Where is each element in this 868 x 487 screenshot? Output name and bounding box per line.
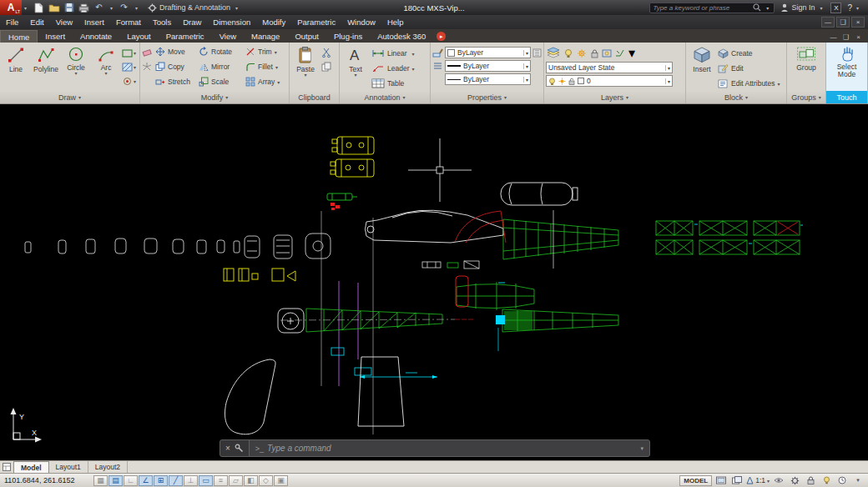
tab-layout[interactable]: Layout	[119, 30, 159, 43]
current-layer-dropdown[interactable]: 0▾	[546, 75, 673, 87]
rotate-tool[interactable]: Rotate	[197, 47, 244, 57]
cut-tool[interactable]	[321, 47, 331, 58]
customize-wrench-icon[interactable]	[235, 444, 244, 453]
panel-title-clipboard[interactable]: Clipboard	[290, 91, 339, 103]
annotation-visibility-icon[interactable]	[772, 475, 785, 486]
tab-home[interactable]: Home	[0, 30, 38, 43]
tab-model[interactable]: Model	[13, 461, 49, 473]
edit-attributes-flyout-icon[interactable]: ▾	[777, 81, 782, 87]
trim-tool[interactable]: Trim▾	[244, 47, 285, 57]
new-file-icon[interactable]	[33, 2, 45, 13]
toggle-qp[interactable]: ◧	[244, 475, 258, 486]
tab-autodesk360[interactable]: Autodesk 360	[370, 30, 433, 43]
panel-title-draw[interactable]: Draw▾	[0, 91, 139, 103]
annotation-scale-button[interactable]: 1:1▾	[746, 476, 770, 484]
menu-draw[interactable]: Draw	[177, 15, 207, 29]
linear-flyout-icon[interactable]: ▾	[411, 51, 416, 57]
search-icon[interactable]	[753, 3, 761, 12]
circle-flyout-icon[interactable]: ▾	[74, 72, 77, 76]
menu-insert[interactable]: Insert	[78, 15, 110, 29]
close-button[interactable]: ×	[851, 17, 865, 28]
layer-off-icon[interactable]	[563, 48, 574, 58]
circle-tool[interactable]: Circle ▾	[62, 44, 90, 91]
fillet-flyout-icon[interactable]: ▾	[275, 64, 278, 70]
exchange-apps-icon[interactable]: X	[830, 3, 841, 13]
layer-tools-flyout-icon[interactable]: ▾	[628, 45, 635, 61]
menu-file[interactable]: File	[0, 15, 24, 29]
workspace-switch-gear-icon[interactable]	[788, 475, 801, 486]
polyline-tool[interactable]: Polyline	[32, 44, 60, 91]
clean-screen-icon[interactable]: ▾	[851, 475, 865, 486]
properties-palette-launcher[interactable]	[532, 47, 542, 58]
text-tool[interactable]: A Text ▾	[341, 44, 370, 91]
layer-freeze-icon[interactable]	[577, 48, 588, 58]
create-block-tool[interactable]: Create	[718, 47, 782, 60]
hatch-tool[interactable]: ▾	[122, 61, 136, 73]
quick-view-drawings-icon[interactable]	[730, 475, 744, 486]
tab-insert[interactable]: Insert	[38, 30, 73, 43]
tab-plugins[interactable]: Plug-ins	[326, 30, 370, 43]
toggle-grid[interactable]: ▤	[108, 475, 123, 486]
autocad-logo[interactable]: A LT	[0, 0, 22, 15]
minimize-button[interactable]: —	[821, 17, 835, 28]
menu-help[interactable]: Help	[381, 15, 410, 29]
menu-dimension[interactable]: Dimension	[207, 15, 256, 29]
paste-tool[interactable]: Paste ▾	[291, 44, 320, 91]
toggle-am[interactable]: ▣	[274, 475, 288, 486]
group-tool[interactable]: Group	[792, 44, 820, 91]
paste-flyout-icon[interactable]: ▾	[304, 73, 306, 78]
lineweight-dropdown[interactable]: ByLayer▾	[445, 60, 531, 72]
panel-title-groups[interactable]: Groups▾	[787, 91, 825, 103]
toggle-snap[interactable]: ▦	[93, 475, 108, 486]
tab-parametric[interactable]: Parametric	[159, 30, 212, 43]
app-menu-caret-icon[interactable]: ▾	[22, 5, 29, 11]
edit-block-tool[interactable]: Edit	[718, 62, 782, 75]
menu-window[interactable]: Window	[341, 15, 381, 29]
menu-view[interactable]: View	[50, 15, 78, 29]
quick-view-layouts-icon[interactable]	[714, 475, 728, 486]
toggle-tpy[interactable]: ▱	[229, 475, 243, 486]
recent-commands-icon[interactable]: ▾	[640, 445, 649, 452]
arc-tool[interactable]: Arc ▾	[92, 44, 120, 91]
isolate-objects-icon[interactable]	[820, 475, 833, 486]
menu-modify[interactable]: Modify	[256, 15, 291, 29]
workspace-switcher[interactable]: Drafting & Annotation ▾	[144, 3, 245, 13]
line-tool[interactable]: Line	[2, 44, 30, 91]
layer-lock-icon[interactable]	[590, 48, 599, 58]
leader-flyout-icon[interactable]: ▾	[411, 66, 416, 72]
mirror-tool[interactable]: Mirror	[197, 62, 244, 72]
table-tool[interactable]: Table	[371, 77, 416, 90]
tab-layout1[interactable]: Layout1	[49, 461, 88, 473]
panel-title-layers[interactable]: Layers▾	[544, 91, 685, 103]
toggle-sc[interactable]: ◇	[259, 475, 273, 486]
layer-match-icon[interactable]	[615, 48, 626, 58]
toggle-polar[interactable]: ∠	[139, 475, 153, 486]
fillet-tool[interactable]: Fillet▾	[244, 62, 285, 72]
toggle-ortho[interactable]: ∟	[124, 475, 138, 486]
text-flyout-icon[interactable]: ▾	[354, 73, 356, 78]
panel-title-block[interactable]: Block▾	[686, 91, 786, 103]
array-tool[interactable]: Array▾	[244, 77, 285, 87]
rectangle-tool[interactable]: ▾	[122, 47, 136, 58]
layer-properties-icon[interactable]	[546, 47, 561, 59]
toggle-osnap[interactable]: ⊞	[154, 475, 168, 486]
plot-icon[interactable]	[78, 2, 90, 13]
drawing-area[interactable]: Y X × >_ ▾	[0, 104, 868, 460]
tab-layout2[interactable]: Layout2	[88, 461, 128, 473]
boundary-tool[interactable]: ▾	[122, 75, 136, 87]
copy-clip-tool[interactable]	[321, 61, 331, 73]
move-tool[interactable]: Move	[154, 47, 197, 57]
layer-state-dropdown[interactable]: Unsaved Layer State▾	[546, 62, 673, 73]
scale-tool[interactable]: Scale	[197, 77, 244, 87]
a360-sync-icon[interactable]: ▸	[437, 32, 446, 41]
tab-output[interactable]: Output	[287, 30, 326, 43]
object-color-dropdown[interactable]: ByLayer▾	[445, 47, 531, 58]
sign-in-button[interactable]: Sign In ▾	[780, 3, 825, 12]
leader-tool[interactable]: Leader▾	[371, 62, 416, 75]
command-input[interactable]	[267, 444, 640, 453]
redo-icon[interactable]: ↷	[118, 2, 130, 13]
layout-list-icon[interactable]	[0, 461, 13, 473]
array-flyout-icon[interactable]: ▾	[277, 79, 280, 85]
layer-isolate-icon[interactable]	[602, 48, 613, 58]
command-line-close-icon[interactable]: ×	[225, 444, 230, 453]
